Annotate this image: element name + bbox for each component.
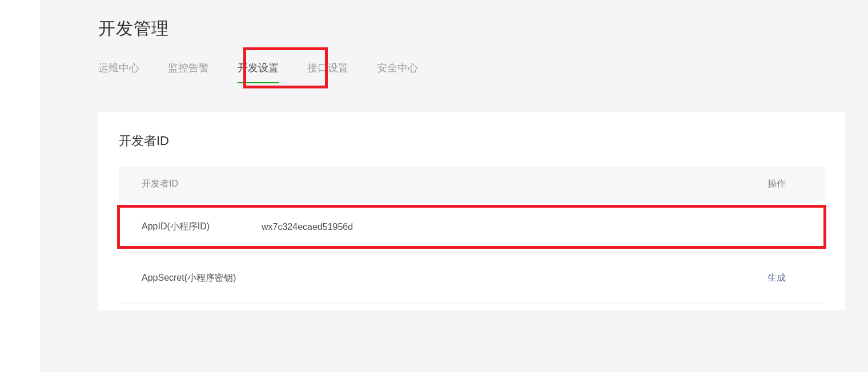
table-row-appid: AppID(小程序ID) wx7c324ecaed51956d bbox=[119, 201, 825, 253]
table-row-appsecret: AppSecret(小程序密钥) 生成 bbox=[119, 253, 825, 304]
generate-button[interactable]: 生成 bbox=[767, 273, 786, 282]
card-title: 开发者ID bbox=[119, 132, 825, 149]
tabs-wrapper: 运维中心 监控告警 开发设置 接口设置 安全中心 bbox=[98, 56, 845, 83]
main-content: 开发管理 运维中心 监控告警 开发设置 接口设置 安全中心 开发者ID 开发者I… bbox=[41, 0, 868, 372]
column-header-action: 操作 bbox=[767, 178, 802, 190]
table-header: 开发者ID 操作 bbox=[119, 167, 825, 201]
tabs: 运维中心 监控告警 开发设置 接口设置 安全中心 bbox=[98, 56, 845, 83]
developer-id-card: 开发者ID 开发者ID 操作 AppID(小程序ID) wx7c324ecaed… bbox=[98, 112, 845, 310]
tab-ops-center[interactable]: 运维中心 bbox=[98, 56, 139, 83]
left-sidebar bbox=[0, 0, 41, 372]
tab-security-center[interactable]: 安全中心 bbox=[377, 56, 418, 83]
column-header-id: 开发者ID bbox=[142, 178, 767, 190]
appsecret-label: AppSecret(小程序密钥) bbox=[142, 272, 262, 284]
page-wrapper: 开发管理 运维中心 监控告警 开发设置 接口设置 安全中心 开发者ID 开发者I… bbox=[0, 0, 868, 372]
appid-value: wx7c324ecaed51956d bbox=[262, 222, 767, 232]
page-title: 开发管理 bbox=[98, 17, 845, 41]
tab-monitor-alert[interactable]: 监控告警 bbox=[168, 56, 209, 83]
appid-label: AppID(小程序ID) bbox=[142, 221, 262, 233]
appsecret-action: 生成 bbox=[767, 272, 802, 284]
tab-dev-settings[interactable]: 开发设置 bbox=[238, 56, 279, 83]
tab-api-settings[interactable]: 接口设置 bbox=[307, 56, 348, 83]
